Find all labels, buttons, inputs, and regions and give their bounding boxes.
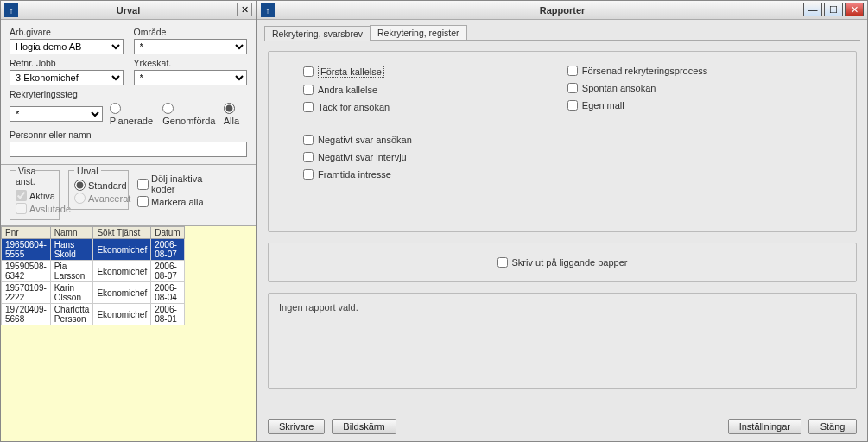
check-forsenad[interactable]	[567, 66, 578, 76]
tabs: Rekrytering, svarsbrev Rekrytering, regi…	[257, 20, 867, 41]
legend-urval: Urval	[74, 166, 101, 176]
result-table[interactable]: PnrNamnSökt TjänstDatum 19650604-5555Han…	[1, 226, 185, 325]
col-header[interactable]: Pnr	[2, 227, 51, 239]
legend-visa: Visa anst.	[16, 166, 38, 186]
app-icon: ↑	[4, 3, 18, 17]
button-bar: Skrivare Bildskärm Inställningar Stäng	[268, 419, 857, 434]
rapporter-panel: ↑ Rapporter — ☐ ✕ Rekrytering, svarsbrev…	[257, 0, 868, 442]
rapporter-title: Rapporter	[540, 5, 586, 16]
label-arbgivare: Arb.givare	[10, 25, 124, 37]
result-table-wrap: PnrNamnSökt TjänstDatum 19650604-5555Han…	[1, 226, 256, 325]
table-row[interactable]: 19720409-5668Charlotta PerssonEkonomiche…	[2, 304, 185, 325]
select-rekryt[interactable]: *	[10, 106, 103, 122]
minimize-button[interactable]: —	[803, 3, 822, 16]
tab-register[interactable]: Rekrytering, register	[370, 25, 467, 40]
status-group: Ingen rapport vald.	[268, 293, 857, 389]
check-dolj-inaktiva[interactable]	[137, 179, 149, 190]
window-controls: — ☐ ✕	[803, 3, 864, 16]
bildskarm-button[interactable]: Bildskärm	[332, 419, 396, 434]
status-text: Ingen rapport vald.	[279, 302, 358, 313]
radio-avancerat	[74, 193, 86, 204]
check-neg-ansokan[interactable]	[303, 135, 314, 145]
urval-title: Urval	[117, 5, 141, 16]
select-refnr[interactable]: 3 Ekonomichef	[10, 70, 124, 85]
options-row: Visa anst. Aktiva Avslutade Urval Standa…	[1, 165, 256, 226]
tab-svarsbrev[interactable]: Rekrytering, svarsbrev	[264, 26, 371, 41]
rekryt-radio-group: Planerade Genomförda Alla	[110, 101, 247, 126]
check-avslutade	[16, 203, 27, 214]
check-markera-alla[interactable]	[137, 196, 149, 207]
check-framtida[interactable]	[303, 169, 314, 180]
table-row[interactable]: 19570109-2222Karin OlssonEkonomichef2006…	[2, 282, 185, 304]
maximize-button[interactable]: ☐	[824, 3, 843, 16]
stang-button[interactable]: Stäng	[808, 419, 857, 434]
input-personnr[interactable]	[10, 142, 247, 157]
urval-panel: ↑ Urval ✕ Arb.givare Område Hogia demo A…	[0, 0, 257, 442]
check-forsta-kallelse[interactable]	[303, 66, 314, 77]
urval-close-button[interactable]: ✕	[237, 3, 252, 16]
check-liggande[interactable]	[497, 257, 508, 268]
report-checks-group: Första kallelse Andra kallelse Tack för …	[268, 51, 857, 232]
installningar-button[interactable]: Inställningar	[728, 419, 801, 434]
select-omrade[interactable]: *	[134, 39, 248, 54]
label-omrade: Område	[134, 25, 248, 37]
label-refnr: Refnr. Jobb	[10, 56, 124, 68]
label-yrkeskat: Yrkeskat.	[134, 56, 248, 68]
table-row[interactable]: 19650604-5555Hans SkoldEkonomichef2006-0…	[2, 239, 185, 261]
radio-genomforda[interactable]	[162, 103, 174, 114]
col-header[interactable]: Sökt Tjänst	[93, 227, 151, 239]
print-options-group: Skriv ut på liggande papper	[268, 243, 857, 282]
check-andra-kallelse[interactable]	[303, 85, 314, 95]
check-neg-intervju[interactable]	[303, 152, 314, 162]
radio-planerade[interactable]	[110, 103, 121, 114]
select-arbgivare[interactable]: Hogia demo AB	[10, 39, 124, 54]
select-yrkeskat[interactable]: *	[134, 70, 248, 85]
radio-standard[interactable]	[74, 180, 86, 191]
radio-alla[interactable]	[224, 103, 235, 114]
app-icon: ↑	[261, 3, 275, 17]
check-aktiva	[16, 190, 27, 201]
table-row[interactable]: 19590508-6342Pia LarssonEkonomichef2006-…	[2, 261, 185, 282]
label-rekryt: Rekryteringssteg	[10, 87, 247, 99]
check-egen-mall[interactable]	[567, 100, 578, 110]
check-tack-ansokan[interactable]	[303, 102, 314, 112]
rapporter-titlebar: ↑ Rapporter — ☐ ✕	[257, 1, 867, 20]
col-header[interactable]: Datum	[151, 227, 184, 239]
check-spontan[interactable]	[567, 83, 578, 93]
skrivare-button[interactable]: Skrivare	[268, 419, 325, 434]
close-button[interactable]: ✕	[845, 3, 864, 16]
filter-grid: Arb.givare Område Hogia demo AB * Refnr.…	[1, 20, 256, 165]
col-header[interactable]: Namn	[50, 227, 93, 239]
urval-titlebar: ↑ Urval ✕	[1, 1, 256, 20]
label-personnr: Personnr eller namn	[10, 128, 247, 140]
